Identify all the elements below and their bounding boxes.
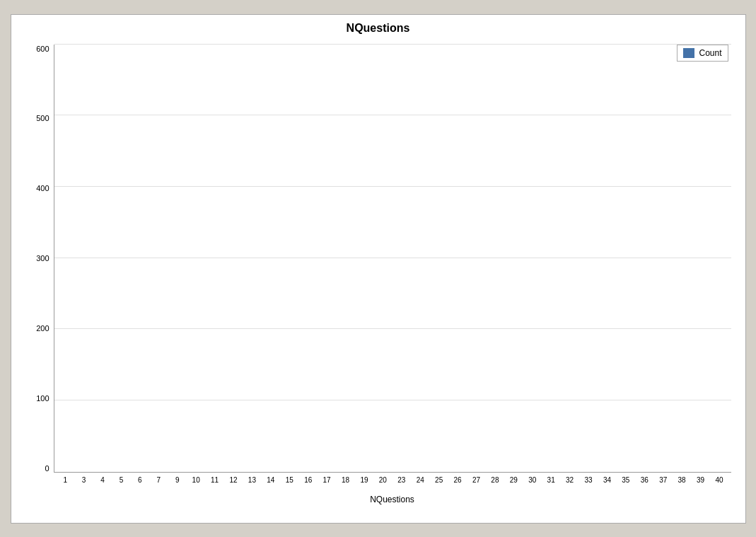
x-axis-label: 17 [318, 476, 335, 485]
x-axis-label: 12 [224, 476, 242, 485]
x-axis-label: 33 [579, 476, 597, 485]
x-axis-label: 29 [505, 476, 523, 485]
x-axis-label: 36 [636, 476, 653, 485]
x-axis-label: 34 [598, 476, 616, 485]
x-axis-label: 28 [486, 476, 504, 485]
y-axis-label: 400 [18, 184, 52, 192]
x-axis-label: 14 [262, 476, 279, 485]
y-axis-label: 600 [18, 45, 52, 53]
x-axis-label: 25 [430, 476, 448, 485]
bars-wrapper [54, 45, 731, 473]
x-axis-label: 38 [673, 476, 690, 485]
chart-title: NQuestions [18, 22, 738, 35]
chart-container: NQuestions 0100200300400500600 134567910… [11, 14, 746, 524]
x-axis-label: 16 [299, 476, 317, 485]
y-axis-label: 0 [18, 464, 52, 473]
x-axis-title: NQuestions [54, 495, 731, 504]
x-axis-label: 37 [654, 476, 672, 485]
x-axis-label: 20 [374, 476, 392, 485]
x-axis-label: 26 [448, 476, 466, 485]
y-axis-labels: 0100200300400500600 [18, 45, 52, 473]
x-axis-label: 13 [243, 476, 261, 485]
x-axis-label: 5 [112, 476, 130, 485]
x-axis-label: 7 [150, 476, 168, 485]
x-axis-label: 18 [337, 476, 354, 485]
x-axis-label: 39 [692, 476, 709, 485]
x-axis-label: 10 [187, 476, 204, 485]
x-axis-label: 35 [617, 476, 634, 485]
x-axis-label: 23 [392, 476, 410, 485]
x-axis-label: 19 [355, 476, 373, 485]
x-axis-label: 6 [131, 476, 149, 485]
legend-color-box [683, 48, 694, 58]
y-axis-label: 100 [18, 394, 52, 403]
y-axis-label: 500 [18, 114, 52, 122]
x-axis-label: 9 [168, 476, 186, 485]
x-axis-label: 31 [542, 476, 559, 485]
legend-label: Count [699, 48, 721, 58]
x-axis-label: 40 [710, 476, 728, 485]
x-axis-label: 32 [561, 476, 578, 485]
x-axis-label: 30 [523, 476, 541, 485]
x-axis-label: 24 [412, 476, 429, 485]
x-axis-label: 4 [93, 476, 111, 485]
y-axis-label: 300 [18, 254, 52, 262]
x-axis-label: 11 [206, 476, 223, 485]
x-axis-label: 27 [467, 476, 485, 485]
x-axis-label: 1 [57, 476, 74, 485]
x-axis-label: 3 [75, 476, 93, 485]
y-axis-label: 200 [18, 324, 52, 333]
legend: Count [677, 45, 728, 62]
chart-area: 0100200300400500600 13456791011121314151… [18, 37, 738, 504]
x-axis-label: 15 [281, 476, 298, 485]
